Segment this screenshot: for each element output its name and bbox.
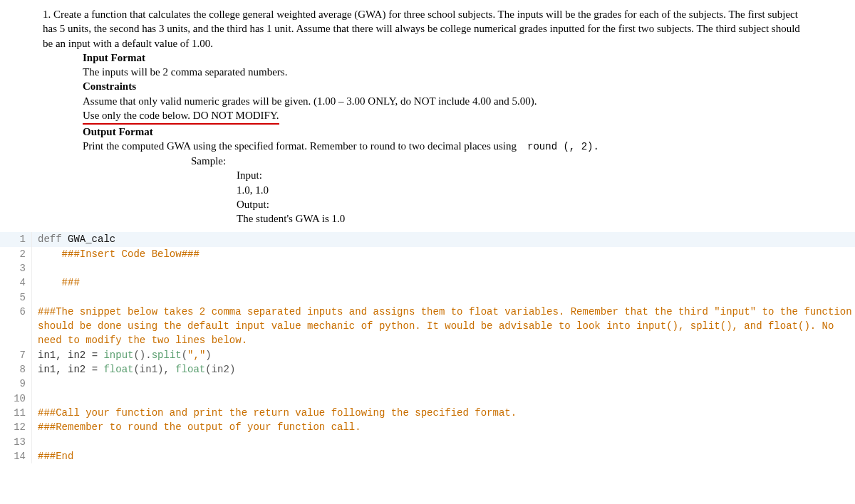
code-line-2[interactable]: 2 ###Insert Code Below### bbox=[0, 247, 855, 261]
code-line-9[interactable]: 9 bbox=[0, 377, 855, 391]
line-number: 10 bbox=[0, 392, 32, 406]
code-line-4[interactable]: 4 ### bbox=[0, 275, 855, 290]
do-not-modify-text: Use only the code below. DO NOT MODIFY. bbox=[83, 108, 279, 125]
problem-main-paragraph: 1. Create a function that calculates the… bbox=[43, 7, 812, 51]
round-code-text: round (, 2). bbox=[527, 141, 599, 152]
line-number: 11 bbox=[0, 406, 32, 420]
constraints-body-1: Assume that only valid numeric grades wi… bbox=[83, 94, 812, 108]
code-line-11[interactable]: 11 ###Call your function and print the r… bbox=[0, 406, 855, 420]
code-editor[interactable]: 1 deff GWA_calc 2 ###Insert Code Below##… bbox=[0, 229, 855, 463]
sample-heading: Sample: bbox=[83, 154, 812, 168]
code-line-8[interactable]: 8 in1, in2 = float(in1), float(in2) bbox=[0, 362, 855, 377]
code-line-12[interactable]: 12 ###Remember to round the output of yo… bbox=[0, 420, 855, 434]
output-format-body: Print the computed GWA using the specifi… bbox=[83, 139, 812, 154]
line-number: 8 bbox=[0, 362, 32, 377]
input-format-body: The inputs will be 2 comma separated num… bbox=[83, 65, 812, 79]
sample-input-label: Input: bbox=[237, 168, 812, 182]
code-line-14[interactable]: 14 ###End bbox=[0, 449, 855, 463]
line-number: 2 bbox=[0, 247, 32, 261]
line-number: 7 bbox=[0, 348, 32, 362]
code-line-6[interactable]: 6 ###The snippet below takes 2 comma sep… bbox=[0, 305, 855, 348]
line-number: 12 bbox=[0, 420, 32, 434]
sample-output-value: The student's GWA is 1.0 bbox=[237, 211, 812, 226]
code-line-1[interactable]: 1 deff GWA_calc bbox=[0, 232, 855, 246]
constraints-body-2-underline: Use only the code below. DO NOT MODIFY. bbox=[83, 108, 812, 125]
code-line-7[interactable]: 7 in1, in2 = input().split(",") bbox=[0, 348, 855, 362]
line-number: 4 bbox=[0, 275, 32, 290]
constraints-heading: Constraints bbox=[83, 79, 812, 93]
sample-input-value: 1.0, 1.0 bbox=[237, 183, 812, 197]
line-number: 6 bbox=[0, 305, 32, 348]
line-number: 3 bbox=[0, 261, 32, 275]
line-number: 13 bbox=[0, 435, 32, 449]
code-line-3[interactable]: 3 bbox=[0, 261, 855, 275]
sample-output-label: Output: bbox=[237, 197, 812, 211]
output-format-heading: Output Format bbox=[83, 125, 812, 139]
code-line-13[interactable]: 13 bbox=[0, 435, 855, 449]
line-number: 1 bbox=[0, 232, 32, 246]
code-line-5[interactable]: 5 bbox=[0, 290, 855, 305]
line-number: 5 bbox=[0, 290, 32, 305]
code-line-10[interactable]: 10 bbox=[0, 392, 855, 406]
input-format-heading: Input Format bbox=[83, 51, 812, 65]
problem-statement: 1. Create a function that calculates the… bbox=[0, 0, 855, 229]
line-number: 9 bbox=[0, 377, 32, 391]
line-number: 14 bbox=[0, 449, 32, 463]
